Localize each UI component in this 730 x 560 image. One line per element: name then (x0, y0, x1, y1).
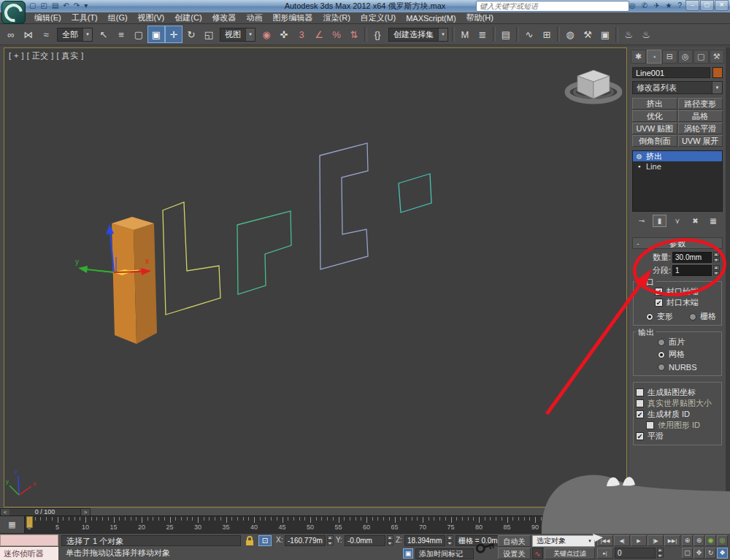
tab-utilities[interactable]: ⚒ (710, 50, 725, 64)
favorites-icon[interactable]: ★ (666, 1, 672, 9)
menu-item-4[interactable]: 创建(C) (169, 12, 207, 24)
panel-scroll-edge[interactable] (726, 47, 730, 534)
add-time-tag[interactable]: 添加时间标记 (415, 548, 474, 559)
bulb-icon[interactable]: ◍ (635, 153, 643, 160)
radio-button[interactable] (689, 313, 696, 321)
amount-field[interactable]: 30.0mm (672, 252, 712, 263)
open-mini-curve-editor-button[interactable]: ▦ (0, 516, 25, 533)
checkbox[interactable]: ✔ (655, 288, 663, 296)
modifier-button-1[interactable]: 路径变形 (678, 98, 723, 110)
configure-modifier-sets-icon[interactable]: ▦ (707, 215, 721, 227)
make-unique-icon[interactable]: ⋎ (671, 215, 685, 227)
modifier-button-3[interactable]: 晶格 (678, 110, 723, 122)
show-end-result-icon[interactable]: ▮ (653, 215, 666, 227)
chevron-down-icon[interactable]: ▼ (82, 28, 92, 41)
new-key-mode-icon[interactable]: ∿ (532, 548, 543, 559)
undo-icon[interactable]: ↶ (63, 1, 69, 11)
checkbox[interactable]: ✔ (636, 410, 644, 418)
menu-item-5[interactable]: 修改器 (207, 12, 242, 24)
go-to-end-button[interactable]: ▶▶| (664, 535, 680, 546)
z-spinner[interactable] (447, 535, 453, 545)
viewport[interactable]: y x z y x [ + ] [ 正交 ] [ 真实 ] (4, 47, 627, 507)
selection-filter-dropdown[interactable]: 全部▼ (57, 28, 93, 42)
track-bar-ruler[interactable]: ▦ 051015202530354045505560657075808590 (0, 515, 628, 533)
bind-to-space-warp-icon[interactable]: ≈ (37, 26, 55, 43)
time-slider-track[interactable]: < 0 / 100 > (0, 507, 628, 515)
next-frame-button[interactable]: |▶ (648, 535, 664, 546)
zoom-extents-all-icon[interactable]: ◎ (717, 535, 728, 546)
parameters-rollout-header[interactable]: - 参数 (632, 237, 723, 249)
object-name-field[interactable]: Line001 (632, 67, 710, 78)
frame-number-field[interactable]: 0 (615, 548, 656, 559)
checkbox[interactable] (646, 421, 654, 429)
save-file-icon[interactable]: ▤ (52, 1, 58, 11)
new-file-icon[interactable]: ▢ (29, 1, 36, 11)
schematic-view-icon[interactable]: ⊞ (538, 26, 556, 43)
menu-item-0[interactable]: 编辑(E) (29, 12, 66, 24)
unlink-selection-icon[interactable]: ⋈ (20, 26, 37, 43)
window-crossing-icon[interactable]: ▣ (147, 26, 165, 43)
maximize-viewport-icon[interactable]: ❖ (717, 548, 728, 559)
render-iterative-icon[interactable]: ♨ (620, 26, 637, 43)
object-color-swatch[interactable] (712, 67, 723, 78)
search-icon[interactable]: ◎ (629, 1, 636, 9)
spinner-snap-icon[interactable]: ⇅ (345, 26, 363, 43)
key-mode-toggle[interactable]: ▸| (597, 548, 613, 559)
menu-item-1[interactable]: 工具(T) (66, 12, 103, 24)
qat-options-icon[interactable]: ▾ (84, 1, 88, 11)
viewport-label[interactable]: [ + ] [ 正交 ] [ 真实 ] (9, 50, 84, 61)
spline-c-tetromino[interactable] (320, 143, 368, 269)
checkbox[interactable] (636, 388, 644, 396)
tab-display[interactable]: ▢ (694, 50, 709, 64)
zoom-icon[interactable]: ⊕ (682, 535, 693, 546)
menu-item-6[interactable]: 动画 (242, 12, 268, 24)
percent-snap-icon[interactable]: % (328, 26, 345, 43)
modifier-button-4[interactable]: UVW 贴图 (632, 123, 677, 134)
menu-item-3[interactable]: 视图(V) (133, 12, 170, 24)
curve-editor-icon[interactable]: ∿ (520, 26, 538, 43)
stack-row-1[interactable]: ▪Line (633, 161, 722, 172)
selection-lock-icon[interactable] (244, 535, 256, 546)
modifier-button-5[interactable]: 涡轮平滑 (678, 123, 723, 134)
menu-item-9[interactable]: 自定义(U) (356, 12, 401, 24)
maxscript-mini-listener[interactable]: 迷你侦听器 (0, 547, 58, 560)
zoom-extents-icon[interactable]: ◉ (705, 535, 716, 546)
frame-spinner[interactable] (657, 548, 664, 558)
next-frame-arrow[interactable]: > (80, 509, 90, 515)
checkbox[interactable]: ✔ (655, 299, 663, 307)
pan-icon[interactable]: ✥ (694, 548, 704, 559)
zoom-all-icon[interactable]: ⊛ (694, 535, 704, 546)
chevron-down-icon[interactable]: ▼ (712, 82, 722, 93)
x-spinner[interactable] (327, 535, 334, 545)
rollout-collapse-icon[interactable]: - (633, 239, 643, 248)
tab-motion[interactable]: ◎ (678, 50, 694, 64)
z-coord-field[interactable]: 18.394mm (404, 535, 445, 546)
rendered-frame-icon[interactable]: ▣ (596, 26, 614, 43)
tab-create[interactable]: ✱ (631, 50, 646, 64)
select-object-icon[interactable]: ↖ (95, 26, 112, 43)
gizmo-y-arrow[interactable] (78, 266, 88, 273)
redo-icon[interactable]: ↷ (74, 1, 80, 11)
application-menu-button[interactable] (1, 1, 26, 24)
use-pivot-center-icon[interactable]: ◉ (258, 26, 275, 43)
chevron-down-icon[interactable]: ▼ (245, 28, 255, 41)
absolute-mode-toggle[interactable]: ⊡ (258, 535, 272, 546)
modifier-button-2[interactable]: 优化 (632, 110, 677, 122)
spline-s-tetromino[interactable] (237, 211, 291, 294)
remove-modifier-icon[interactable]: ✖ (688, 215, 702, 227)
select-and-move-icon[interactable]: ✛ (165, 26, 182, 43)
radio-button[interactable] (658, 364, 665, 371)
chevron-down-icon[interactable]: ▼ (438, 28, 447, 41)
select-by-name-icon[interactable]: ≡ (112, 26, 130, 43)
help-icon[interactable]: ? (677, 1, 682, 9)
menu-item-2[interactable]: 组(G) (103, 12, 133, 24)
open-file-icon[interactable]: ◰ (40, 1, 47, 11)
menu-item-11[interactable]: 帮助(H) (461, 12, 499, 24)
mirror-icon[interactable]: M (456, 26, 474, 43)
menu-item-10[interactable]: MAXScript(M) (401, 13, 461, 23)
stack-row-0[interactable]: ◍挤出 (633, 151, 722, 161)
modifier-button-0[interactable]: 挤出 (632, 98, 677, 110)
angle-snap-icon[interactable]: ∠ (310, 26, 328, 43)
edit-named-selection-sets-icon[interactable]: {} (369, 26, 386, 43)
maximize-button[interactable]: ▢ (700, 0, 714, 11)
